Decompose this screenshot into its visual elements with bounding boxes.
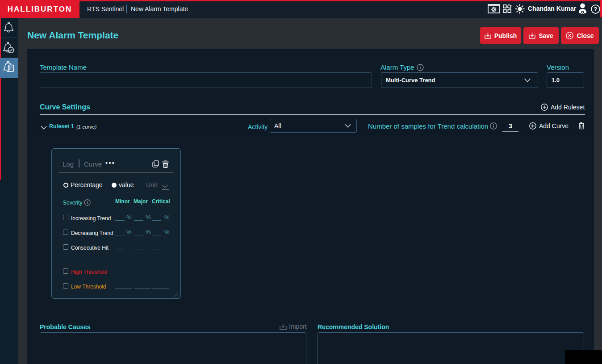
svg-text:?: ?: [594, 6, 598, 13]
